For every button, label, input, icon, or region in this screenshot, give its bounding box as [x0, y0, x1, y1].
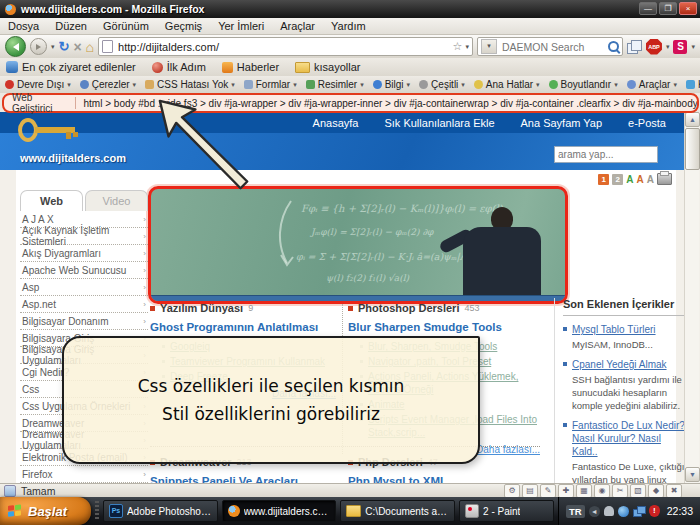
wd-outline[interactable]: Ana Hatlar▾: [474, 79, 540, 90]
scrollbar-thumb[interactable]: [685, 128, 700, 170]
edit-pencil-icon[interactable]: ✎: [540, 484, 556, 498]
category-item[interactable]: Bilgisayar Donanım›: [20, 313, 148, 330]
menu-yerimleri[interactable]: Yer İmleri: [210, 20, 272, 32]
screengrab-icon[interactable]: S: [673, 40, 687, 54]
back-button[interactable]: [5, 36, 26, 57]
search-icon[interactable]: [608, 41, 619, 52]
url-dropdown-icon[interactable]: ▾: [465, 43, 469, 51]
category-item[interactable]: Firefox›: [20, 466, 148, 483]
updates-icon[interactable]: [618, 506, 629, 517]
category-item[interactable]: Apache Web Sunucusu›: [20, 262, 148, 279]
task-paint[interactable]: 2 - Paint: [459, 500, 554, 522]
category-item[interactable]: Asp›: [20, 279, 148, 296]
minimize-button[interactable]: —: [639, 2, 657, 15]
nav-anasayfa[interactable]: Anasayfa: [313, 117, 359, 129]
width-1-icon[interactable]: 1: [598, 174, 609, 185]
wd-viewsource[interactable]: Kaynağı Göster▾: [686, 79, 700, 90]
site-search-input[interactable]: [554, 146, 658, 163]
task-explorer[interactable]: C:\Documents and Se...: [340, 500, 455, 522]
search-input[interactable]: [500, 40, 605, 54]
menu-araclar[interactable]: Araçlar: [272, 20, 323, 32]
cut-icon[interactable]: ✂: [612, 484, 628, 498]
nav-eposta[interactable]: e-Posta: [628, 117, 666, 129]
wd-css[interactable]: CSS Hatası Yok▾: [145, 79, 235, 90]
menu-duzen[interactable]: Düzen: [47, 20, 95, 32]
language-indicator[interactable]: TR: [566, 505, 585, 518]
tray-expand-icon[interactable]: ◄: [589, 506, 600, 517]
wd-disable[interactable]: Devre Dışı▾: [5, 79, 71, 90]
notes-icon[interactable]: ▧: [630, 484, 646, 498]
new-page-icon[interactable]: ▤: [522, 484, 538, 498]
article-link[interactable]: Php Mysql to XML: [348, 475, 540, 483]
record-icon[interactable]: ◉: [594, 484, 610, 498]
menu-dosya[interactable]: Dosya: [0, 20, 47, 32]
scroll-up-icon[interactable]: ▲: [685, 112, 700, 127]
grid-icon[interactable]: ▦: [576, 484, 592, 498]
tab-windows-icon[interactable]: [627, 40, 642, 53]
recent-link[interactable]: Cpanel Yedeği Almak: [572, 358, 685, 371]
article-link[interactable]: Snippets Paneli Ve Araçları: [150, 475, 336, 483]
stop-icon[interactable]: ×: [73, 39, 81, 55]
bookmark-most-visited[interactable]: En çok ziyaret edilenler: [6, 61, 136, 73]
task-firefox[interactable]: www.dijitalders.com -...: [222, 500, 337, 522]
chalkboard-banner-image[interactable]: Fφᵢ ≡ {h + Σ[2]ᵣ(l) − Kₘ(l)]}φᵢ(l) = εφ(…: [148, 186, 568, 304]
recent-link[interactable]: Fantastico De Lux Nedir? Nasıl Kurulur? …: [572, 419, 685, 458]
menu-yardim[interactable]: Yardım: [323, 20, 374, 32]
bookmark-ilk-adim[interactable]: İlk Adım: [152, 61, 206, 73]
tools-close-icon[interactable]: ✖: [666, 484, 682, 498]
adblock-icon[interactable]: ABP: [646, 39, 662, 55]
wd-images[interactable]: Resimler▾: [306, 79, 364, 90]
search-engine-dropdown[interactable]: ▾: [481, 39, 497, 54]
search-bar[interactable]: ▾: [477, 37, 623, 56]
category-item[interactable]: Açık Kaynak İşletim Sistemleri›: [20, 228, 148, 245]
menu-gorunum[interactable]: Görünüm: [95, 20, 157, 32]
close-button[interactable]: ×: [679, 2, 697, 15]
article-link[interactable]: Blur Sharpen Smudge Tools: [348, 321, 540, 333]
font-increase-icon[interactable]: A: [626, 174, 633, 185]
font-decrease-icon[interactable]: A: [637, 174, 644, 185]
width-2-icon[interactable]: 2: [612, 174, 623, 185]
add-icon[interactable]: ✚: [558, 484, 574, 498]
task-photoshop[interactable]: Ps Adobe Photoshop CS...: [103, 500, 218, 522]
wd-misc[interactable]: Çeşitli▾: [419, 79, 465, 90]
recent-link[interactable]: Mysql Tablo Türleri: [572, 323, 685, 336]
messenger-icon[interactable]: [604, 506, 614, 516]
bookmark-kisayollar[interactable]: kısayollar: [295, 61, 360, 73]
start-button[interactable]: Başlat: [0, 497, 91, 525]
scroll-down-icon[interactable]: ▼: [685, 467, 700, 482]
tab-web[interactable]: Web: [20, 190, 83, 211]
category-item[interactable]: Asp.net›: [20, 296, 148, 313]
tray-clock: 22:33: [667, 505, 693, 517]
gear-icon[interactable]: ⚙: [504, 484, 520, 498]
restore-button[interactable]: ❐: [659, 2, 677, 15]
tab-video[interactable]: Video: [85, 190, 148, 211]
font-default-icon[interactable]: A: [647, 174, 654, 185]
print-icon[interactable]: [657, 173, 672, 185]
article-link[interactable]: Ghost Programının Anlatılması: [150, 321, 336, 333]
nav-ana-sayfam-yap[interactable]: Ana Sayfam Yap: [521, 117, 603, 129]
wd-information[interactable]: Bilgi▾: [373, 79, 410, 90]
wd-forms[interactable]: Formlar▾: [244, 79, 297, 90]
network-icon[interactable]: [633, 506, 645, 516]
category-item[interactable]: Akış Diyagramları›: [20, 245, 148, 262]
vertical-scrollbar[interactable]: ▲ ▼: [684, 112, 699, 483]
marker-icon[interactable]: ◆: [648, 484, 664, 498]
refresh-icon[interactable]: ↻: [59, 39, 70, 54]
address-bar[interactable]: ☆ ▾: [98, 37, 473, 56]
recent-item: Fantastico De Lux Nedir? Nasıl Kurulur? …: [563, 419, 685, 483]
menu-gecmis[interactable]: Geçmiş: [157, 20, 210, 32]
bookmark-star-icon[interactable]: ☆: [453, 40, 463, 53]
nav-sik-kullanilanlar[interactable]: Sık Kullanılanlara Ekle: [384, 117, 494, 129]
adblock-dropdown-icon[interactable]: ▾: [666, 43, 670, 51]
wd-tools[interactable]: Araçlar▾: [627, 79, 677, 90]
site-logo-text[interactable]: www.dijitalders.com: [20, 152, 126, 164]
wd-cookies[interactable]: Çerezler▾: [80, 79, 136, 90]
home-icon[interactable]: ⌂: [86, 39, 94, 55]
bookmark-haberler[interactable]: Haberler: [222, 61, 279, 73]
forward-button[interactable]: [30, 38, 47, 55]
security-shield-icon[interactable]: !: [649, 505, 660, 517]
screengrab-dropdown-icon[interactable]: ▾: [691, 43, 695, 51]
wd-resize[interactable]: Boyutlandır▾: [549, 79, 618, 90]
history-dropdown-icon[interactable]: ▾: [51, 43, 55, 51]
url-input[interactable]: [116, 40, 450, 54]
